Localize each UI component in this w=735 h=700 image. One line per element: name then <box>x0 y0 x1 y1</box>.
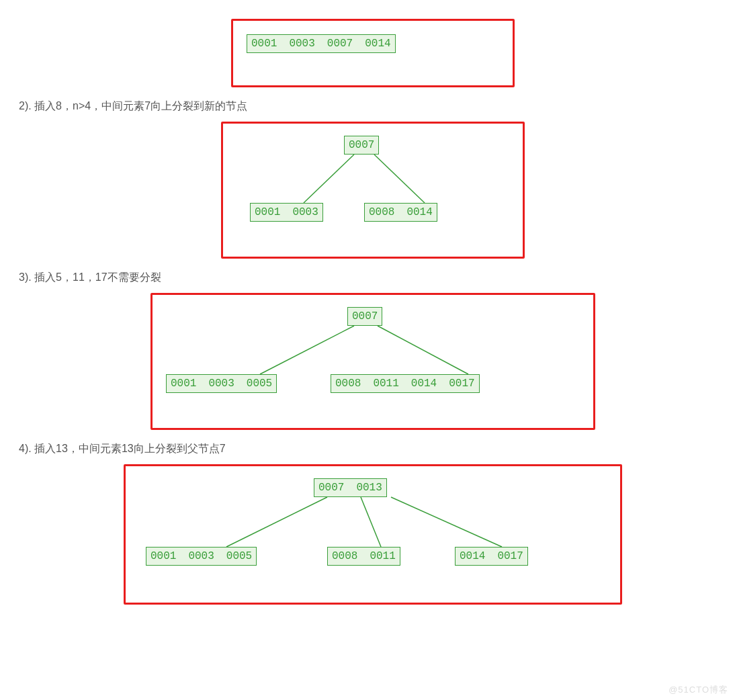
svg-line-0 <box>304 155 354 203</box>
d4-mid-k0: 0008 <box>332 550 357 562</box>
d1-k3: 0014 <box>365 38 390 50</box>
svg-line-6 <box>391 497 502 547</box>
d2-root-k0: 0007 <box>349 139 374 151</box>
diagram-4-box: 0007 0013 0001 0003 0005 0008 0011 0014 … <box>124 464 622 605</box>
d4-root-k1: 0013 <box>356 482 382 494</box>
svg-line-4 <box>226 497 327 547</box>
d2-root: 0007 <box>344 136 379 155</box>
diagram-2-box: 0007 0001 0003 0008 0014 <box>221 122 525 259</box>
diagram-1-wrap: 0001 0003 0007 0014 <box>19 19 727 87</box>
d4-mid: 0008 0011 <box>327 547 400 566</box>
diagram-2-wrap: 0007 0001 0003 0008 0014 <box>19 122 727 259</box>
d3-right-k3: 0017 <box>449 378 474 390</box>
d3-right-k1: 0011 <box>373 378 398 390</box>
d4-left: 0001 0003 0005 <box>146 547 257 566</box>
d3-root-k0: 0007 <box>352 310 378 322</box>
d2-right-k1: 0014 <box>406 206 432 218</box>
d2-left-k0: 0001 <box>255 206 280 218</box>
d1-root: 0001 0003 0007 0014 <box>247 34 396 53</box>
d3-left-k0: 0001 <box>171 378 196 390</box>
step3-text: 3). 插入5，11，17不需要分裂 <box>19 271 727 285</box>
svg-line-3 <box>378 326 468 374</box>
svg-line-1 <box>374 155 425 203</box>
d4-root-k0: 0007 <box>318 482 344 494</box>
d3-right-k2: 0014 <box>411 378 437 390</box>
d2-left: 0001 0003 <box>250 203 323 222</box>
d4-right-k0: 0014 <box>460 550 485 562</box>
d2-right: 0008 0014 <box>364 203 437 222</box>
d3-left-k1: 0003 <box>208 378 234 390</box>
d3-right-k0: 0008 <box>335 378 361 390</box>
svg-line-2 <box>260 326 354 374</box>
d1-k0: 0001 <box>251 38 277 50</box>
d4-mid-k1: 0011 <box>370 550 395 562</box>
diagram-3-wrap: 0007 0001 0003 0005 0008 0011 0014 0017 <box>19 293 727 430</box>
diagram-1-box: 0001 0003 0007 0014 <box>231 19 515 87</box>
d4-left-k1: 0003 <box>188 550 214 562</box>
diagram-4-wrap: 0007 0013 0001 0003 0005 0008 0011 0014 … <box>19 464 727 605</box>
d1-k1: 0003 <box>289 38 314 50</box>
d2-right-k0: 0008 <box>369 206 394 218</box>
d4-right-k1: 0017 <box>497 550 523 562</box>
svg-line-5 <box>361 497 381 547</box>
d4-right: 0014 0017 <box>455 547 528 566</box>
d3-left-k2: 0005 <box>247 378 272 390</box>
diagram-3-box: 0007 0001 0003 0005 0008 0011 0014 0017 <box>150 293 595 430</box>
d3-right: 0008 0011 0014 0017 <box>331 374 480 393</box>
d4-left-k0: 0001 <box>150 550 176 562</box>
d3-root: 0007 <box>347 307 382 326</box>
d3-left: 0001 0003 0005 <box>166 374 277 393</box>
d4-root: 0007 0013 <box>314 478 387 497</box>
step4-text: 4). 插入13，中间元素13向上分裂到父节点7 <box>19 442 727 456</box>
d2-left-k1: 0003 <box>292 206 318 218</box>
step2-text: 2). 插入8，n>4，中间元素7向上分裂到新的节点 <box>19 99 727 114</box>
d1-k2: 0007 <box>327 38 353 50</box>
d4-left-k2: 0005 <box>226 550 252 562</box>
